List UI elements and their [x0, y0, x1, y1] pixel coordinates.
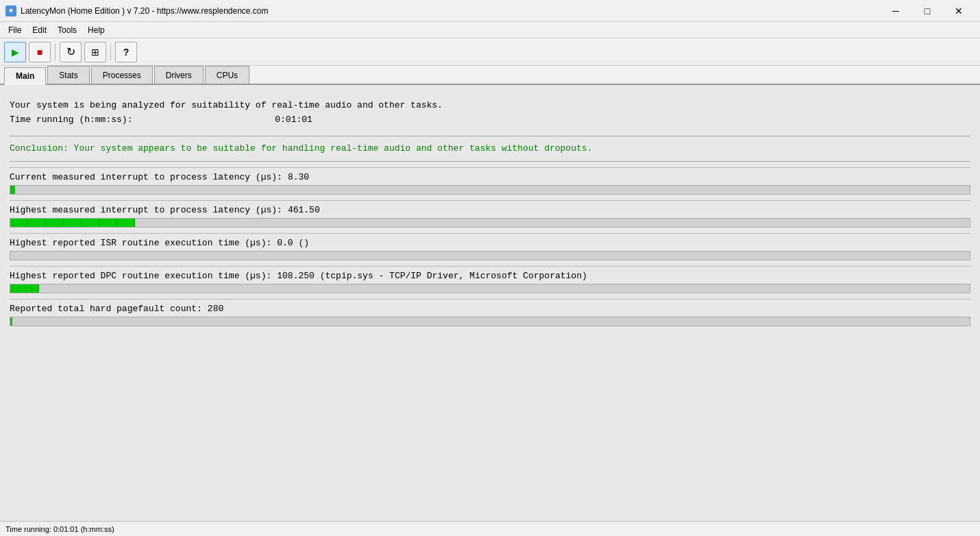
- toolbar: [0, 38, 980, 66]
- stop-button[interactable]: [29, 42, 51, 62]
- metric-3-label: Highest reported ISR routine execution t…: [10, 238, 271, 248]
- grid-button[interactable]: [84, 42, 106, 62]
- bar-seg: [25, 284, 32, 293]
- minimize-button[interactable]: ─: [880, 1, 911, 21]
- stop-icon: [37, 47, 42, 58]
- play-button[interactable]: [4, 42, 26, 62]
- status-bar-text: Time running: 0:01:01 (h:mm:ss): [5, 525, 114, 533]
- tab-stats[interactable]: Stats: [47, 66, 89, 84]
- metric-1-bar-fill: [10, 186, 15, 194]
- app-icon: ■: [5, 5, 16, 16]
- status-line-1: Your system is being analyzed for suitab…: [10, 99, 970, 113]
- metric-current-latency: Current measured interrupt to process la…: [10, 167, 970, 200]
- title-bar: ■ LatencyMon (Home Edition ) v 7.20 - ht…: [0, 0, 980, 22]
- help-button[interactable]: [115, 42, 137, 62]
- bar-seg: [82, 219, 99, 227]
- metric-3-value: 0.0 (): [277, 238, 309, 248]
- conclusion-section: Conclusion: Your system appears to be su…: [10, 136, 970, 162]
- metric-4-bar: [10, 284, 970, 293]
- grid-icon: [91, 47, 99, 58]
- metric-1-bar: [10, 185, 970, 195]
- time-running-label: Time running (h:mm:ss):: [10, 114, 132, 125]
- metric-2-bar: [10, 218, 970, 228]
- tab-processes[interactable]: Processes: [91, 66, 153, 84]
- metric-3-bar: [10, 251, 970, 260]
- content-area: Your system is being analyzed for suitab…: [0, 85, 980, 521]
- menu-tools[interactable]: Tools: [52, 24, 82, 36]
- status-line-2: Time running (h:mm:ss): 0:01:01: [10, 113, 970, 127]
- metric-2-bar-fill: [10, 219, 135, 227]
- window-controls: ─ □ ✕: [880, 1, 975, 21]
- tab-cpus[interactable]: CPUs: [205, 66, 249, 84]
- metric-highest-latency: Highest measured interrupt to process la…: [10, 200, 970, 233]
- tab-bar: Main Stats Processes Drivers CPUs: [0, 66, 980, 85]
- metric-5-label: Reported total hard pagefault count:: [10, 304, 202, 314]
- bar-seg: [46, 219, 64, 227]
- metric-2-value: 461.50: [288, 205, 320, 215]
- metric-1-label: Current measured interrupt to process la…: [10, 172, 282, 182]
- tab-drivers[interactable]: Drivers: [154, 66, 204, 84]
- title-bar-left: ■ LatencyMon (Home Edition ) v 7.20 - ht…: [5, 5, 269, 16]
- bar-seg: [32, 284, 40, 293]
- metric-isr-time: Highest reported ISR routine execution t…: [10, 233, 970, 266]
- metric-dpc-time: Highest reported DPC routine execution t…: [10, 266, 970, 299]
- metric-5-bar-fill: [10, 317, 12, 326]
- toolbar-separator: [55, 44, 56, 60]
- bar-seg: [117, 219, 135, 227]
- close-button[interactable]: ✕: [943, 1, 975, 21]
- menu-edit[interactable]: Edit: [27, 24, 52, 36]
- metric-4-label: Highest reported DPC routine execution t…: [10, 271, 271, 281]
- toolbar-separator-2: [110, 44, 111, 60]
- help-icon: [123, 47, 130, 58]
- metric-4-bar-fill: [10, 284, 39, 293]
- metric-2-label: Highest measured interrupt to process la…: [10, 205, 282, 215]
- play-icon: [12, 47, 19, 58]
- refresh-button[interactable]: [60, 42, 82, 62]
- metric-5-value: 280: [208, 304, 223, 314]
- metric-5-bar: [10, 317, 970, 326]
- bar-seg: [10, 284, 18, 293]
- refresh-icon: [66, 45, 75, 58]
- status-section: Your system is being analyzed for suitab…: [10, 93, 970, 133]
- bar-seg: [10, 219, 28, 227]
- time-running-value: 0:01:01: [275, 114, 313, 125]
- bar-seg: [99, 219, 117, 227]
- menu-file[interactable]: File: [3, 24, 27, 36]
- metrics-section: Current measured interrupt to process la…: [10, 167, 970, 332]
- tab-main[interactable]: Main: [4, 67, 46, 85]
- metric-1-value: 8.30: [288, 172, 309, 182]
- conclusion-text: Conclusion: Your system appears to be su…: [10, 142, 970, 156]
- maximize-button[interactable]: □: [911, 1, 943, 21]
- bar-seg: [28, 219, 46, 227]
- bar-seg: [18, 284, 25, 293]
- menu-bar: File Edit Tools Help: [0, 22, 980, 38]
- bar-seg: [64, 219, 82, 227]
- status-bar: Time running: 0:01:01 (h:mm:ss): [0, 521, 980, 536]
- metric-4-value: 108.250 (tcpip.sys - TCP/IP Driver, Micr…: [277, 271, 587, 281]
- main-content: Your system is being analyzed for suitab…: [0, 85, 980, 521]
- metric-pagefault: Reported total hard pagefault count: 280: [10, 299, 970, 332]
- menu-help[interactable]: Help: [82, 24, 110, 36]
- window-title: LatencyMon (Home Edition ) v 7.20 - http…: [21, 6, 269, 16]
